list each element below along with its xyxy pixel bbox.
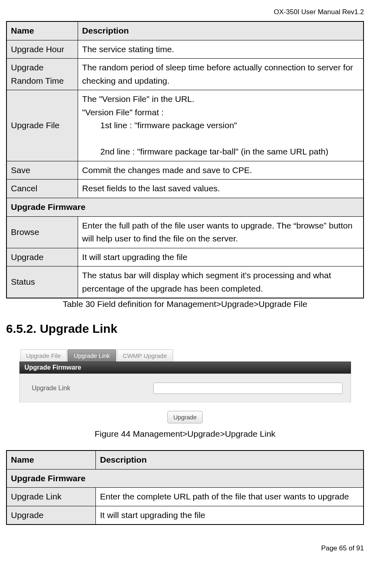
figure-caption: Figure 44 Management>Upgrade>Upgrade Lin…	[6, 429, 364, 439]
desc-line: 2nd line : "firmware package tar-ball" (…	[82, 147, 328, 156]
tab-upgrade-link[interactable]: Upgrade Link	[68, 349, 116, 362]
col-name-header: Name	[6, 21, 78, 40]
table-caption: Table 30 Field definition for Management…	[6, 299, 364, 309]
desc-line: "Version File" format :	[82, 108, 164, 117]
row-desc: The "Version File" in the URL. "Version …	[78, 90, 364, 161]
section-bar: Upgrade Firmware	[19, 362, 351, 374]
upgrade-button[interactable]: Upgrade	[167, 411, 203, 423]
row-desc: Enter the complete URL path of the file …	[96, 488, 364, 506]
row-desc: The random period of sleep time before a…	[78, 59, 364, 90]
row-name: Cancel	[6, 180, 78, 198]
desc-line: The "Version File" in the URL.	[82, 94, 195, 104]
row-desc: It will start upgrading the file	[96, 506, 364, 525]
row-desc: It will start upgrading the file	[78, 248, 364, 267]
section-heading: 6.5.2. Upgrade Link	[6, 322, 364, 336]
row-name: Upgrade	[6, 506, 96, 525]
row-desc: Reset fields to the last saved values.	[78, 180, 364, 198]
row-name: Save	[6, 161, 78, 180]
upgrade-link-input[interactable]	[153, 383, 343, 394]
row-name: Upgrade	[6, 248, 78, 267]
button-row: Upgrade	[19, 403, 351, 427]
form-row: Upgrade Link	[19, 374, 351, 403]
desc-line-indent	[82, 132, 359, 146]
page-footer: Page 65 of 91	[6, 544, 364, 552]
tab-upgrade-file[interactable]: Upgrade File	[20, 349, 67, 362]
field-definition-table-1: Name Description Upgrade Hour The servic…	[6, 21, 364, 298]
field-definition-table-2: Name Description Upgrade Firmware Upgrad…	[6, 450, 364, 525]
col-desc-header: Description	[78, 21, 364, 40]
desc-line-indent: 2nd line : "firmware package tar-ball" (…	[82, 145, 359, 159]
row-name: Browse	[6, 216, 78, 248]
col-name-header: Name	[6, 451, 96, 469]
row-name: Upgrade Link	[6, 488, 96, 506]
tab-cwmp-upgrade[interactable]: CWMP Upgrade	[117, 349, 173, 362]
section-row: Upgrade Firmware	[6, 198, 364, 217]
row-name: Upgrade Random Time	[6, 59, 78, 90]
row-desc: Enter the full path of the file user wan…	[78, 216, 364, 248]
document-header: OX-350I User Manual Rev1.2	[6, 8, 364, 16]
tab-bar: Upgrade File Upgrade Link CWMP Upgrade	[19, 349, 351, 362]
field-label: Upgrade Link	[32, 385, 153, 392]
row-name: Upgrade Hour	[6, 40, 78, 59]
row-desc: The service stating time.	[78, 40, 364, 59]
row-desc: Commit the changes made and save to CPE.	[78, 161, 364, 180]
col-desc-header: Description	[96, 451, 364, 469]
desc-line-indent: 1st line : "firmware package version"	[82, 119, 359, 132]
section-row: Upgrade Firmware	[6, 469, 364, 488]
row-name: Status	[6, 267, 78, 298]
row-desc: The status bar will display which segmen…	[78, 267, 364, 298]
screenshot-figure: Upgrade File Upgrade Link CWMP Upgrade U…	[19, 349, 351, 427]
row-name: Upgrade File	[6, 90, 78, 161]
